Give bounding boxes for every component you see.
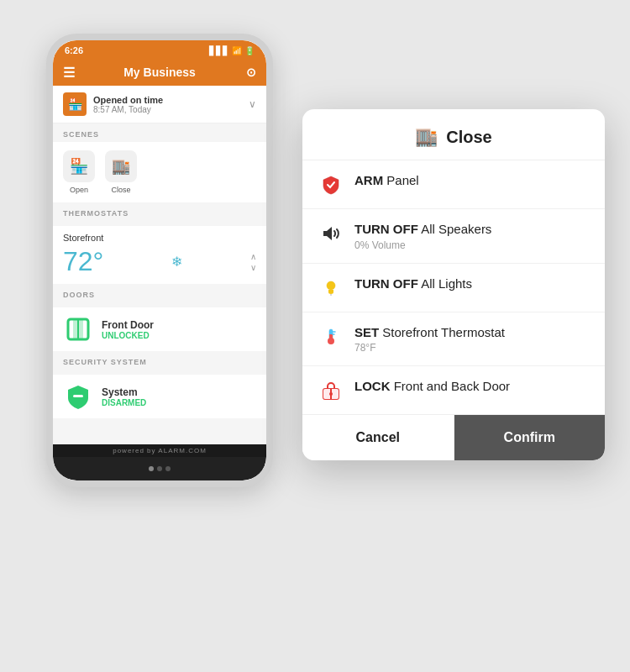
thermostat-temp-row: 72° ❄ ∧ ∨ <box>63 246 256 277</box>
turn-off-speakers-bold: TURN OFF <box>354 222 418 236</box>
modal-header-icon: 🏬 <box>415 126 438 148</box>
dot-1 <box>149 466 154 471</box>
doors-label: DOORS <box>53 284 266 302</box>
turn-off-speakers-content: TURN OFF All Speakers 0% Volume <box>354 221 491 251</box>
scenes-label: SCENES <box>53 123 266 142</box>
turn-off-lights-rest: All Lights <box>418 276 472 291</box>
turn-off-lights-bold: TURN OFF <box>354 276 418 291</box>
scene-open-button[interactable]: 🏪 Open <box>63 150 95 194</box>
turn-off-lights-content: TURN OFF All Lights <box>354 276 472 292</box>
turn-off-speakers-sub: 0% Volume <box>354 239 491 251</box>
thermostats-label: THERMOSTATS <box>53 202 266 221</box>
svg-point-15 <box>329 392 333 396</box>
turn-off-speakers-rest: All Speakers <box>418 222 492 236</box>
phone-brand: powered by ALARM.COM <box>53 444 266 457</box>
alert-chevron-icon: ∨ <box>249 98 256 110</box>
nav-bar: ☰ My Business ⊙ <box>53 59 266 86</box>
confirm-button[interactable]: Confirm <box>454 415 606 460</box>
phone: 6:26 ▋▋▋ 📶 🔋 ☰ My Business ⊙ 🏪 <box>46 34 273 487</box>
scene-container: 6:26 ▋▋▋ 📶 🔋 ☰ My Business ⊙ 🏪 <box>0 0 630 672</box>
lock-door-rest: Front and Back Door <box>391 379 511 393</box>
doors-card: Front Door UNLOCKED <box>53 307 266 351</box>
security-card: System DISARMED <box>53 375 266 418</box>
set-thermostat-item: SET Storefront Thermostat 78°F <box>302 312 605 367</box>
security-info: System DISARMED <box>102 386 146 407</box>
status-time: 6:26 <box>65 45 83 55</box>
lock-door-content: LOCK Front and Back Door <box>354 378 510 395</box>
scene-close-label: Close <box>111 186 130 194</box>
arm-panel-content: ARM Panel <box>354 172 419 189</box>
thermostat-temp: 72° <box>63 246 103 277</box>
svg-point-5 <box>327 281 335 290</box>
security-shield-icon <box>63 381 93 412</box>
thermostat-name: Storefront <box>63 233 256 243</box>
turn-off-lights-item: TURN OFF All Lights <box>302 264 605 312</box>
bulb-icon <box>319 276 343 300</box>
scenes-row: 🏪 Open 🏬 Close <box>53 142 266 202</box>
svg-rect-9 <box>329 334 333 341</box>
thermostat-card: Storefront 72° ❄ ∧ ∨ <box>53 226 266 284</box>
turn-off-speakers-item: TURN OFF All Speakers 0% Volume <box>302 209 605 264</box>
phone-content: 🏪 Opened on time 8:57 AM, Today ∨ SCENES… <box>53 86 266 444</box>
thermostat-controls[interactable]: ∧ ∨ <box>250 252 256 272</box>
temp-down-icon[interactable]: ∨ <box>250 263 256 272</box>
alert-icon: 🏪 <box>63 92 87 116</box>
status-bar: 6:26 ▋▋▋ 📶 🔋 <box>53 40 266 59</box>
modal-buttons: Cancel Confirm <box>302 414 605 460</box>
lock-door-icon <box>319 379 343 402</box>
scene-close-icon: 🏬 <box>105 150 137 182</box>
lock-door-bold: LOCK <box>354 379 391 393</box>
menu-icon[interactable]: ☰ <box>63 65 75 81</box>
modal-card: 🏬 Close ARM Panel <box>302 109 605 460</box>
battery-icon: 🔋 <box>244 46 255 55</box>
modal-title: Close <box>446 128 491 147</box>
dot-2 <box>157 466 162 471</box>
alert-text-bottom: 8:57 AM, Today <box>93 105 242 114</box>
modal-header: 🏬 Close <box>302 109 605 160</box>
set-thermostat-content: SET Storefront Thermostat 78°F <box>354 324 505 354</box>
security-system-name: System <box>102 386 146 398</box>
set-thermostat-title: SET Storefront Thermostat <box>354 324 505 341</box>
turn-off-lights-title: TURN OFF All Lights <box>354 276 472 292</box>
signal-icon: ▋▋▋ <box>209 46 229 55</box>
arm-panel-rest: Panel <box>383 173 419 187</box>
scene-open-icon: 🏪 <box>63 150 95 182</box>
cancel-button[interactable]: Cancel <box>302 415 454 460</box>
temp-up-icon[interactable]: ∧ <box>250 252 256 261</box>
arm-panel-icon <box>319 173 343 197</box>
set-thermostat-bold: SET <box>354 325 379 339</box>
door-name: Front Door <box>102 319 154 331</box>
door-info: Front Door UNLOCKED <box>102 319 154 340</box>
lock-door-title: LOCK Front and Back Door <box>354 378 510 395</box>
set-thermostat-rest: Storefront Thermostat <box>379 325 505 339</box>
thermometer-icon <box>319 325 343 349</box>
set-thermostat-sub: 78°F <box>354 342 505 354</box>
scene-close-button[interactable]: 🏬 Close <box>105 150 137 194</box>
settings-icon[interactable]: ⊙ <box>246 66 256 79</box>
alert-text: Opened on time 8:57 AM, Today <box>93 95 242 114</box>
speaker-icon <box>319 222 343 245</box>
thermostat-snowflake-icon: ❄ <box>171 254 182 270</box>
svg-rect-3 <box>73 395 83 397</box>
security-status: DISARMED <box>102 398 146 407</box>
modal-list: ARM Panel TURN OFF All Speakers <box>302 160 605 414</box>
arm-panel-title: ARM Panel <box>354 172 419 189</box>
scene-open-label: Open <box>70 186 88 194</box>
arm-panel-item: ARM Panel <box>302 160 605 209</box>
alert-text-top: Opened on time <box>93 95 242 105</box>
door-icon <box>63 314 93 344</box>
arm-panel-bold: ARM <box>354 173 383 187</box>
dot-3 <box>165 466 171 471</box>
status-icons: ▋▋▋ 📶 🔋 <box>209 46 255 55</box>
wifi-icon: 📶 <box>232 46 242 55</box>
turn-off-speakers-title: TURN OFF All Speakers <box>354 221 491 238</box>
nav-title: My Business <box>123 66 196 79</box>
svg-marker-4 <box>323 227 332 240</box>
alert-banner[interactable]: 🏪 Opened on time 8:57 AM, Today ∨ <box>53 86 266 123</box>
phone-bottom <box>53 457 266 480</box>
door-status: UNLOCKED <box>102 331 154 340</box>
lock-door-item: LOCK Front and Back Door <box>302 366 605 414</box>
security-label: SECURITY SYSTEM <box>53 351 266 370</box>
